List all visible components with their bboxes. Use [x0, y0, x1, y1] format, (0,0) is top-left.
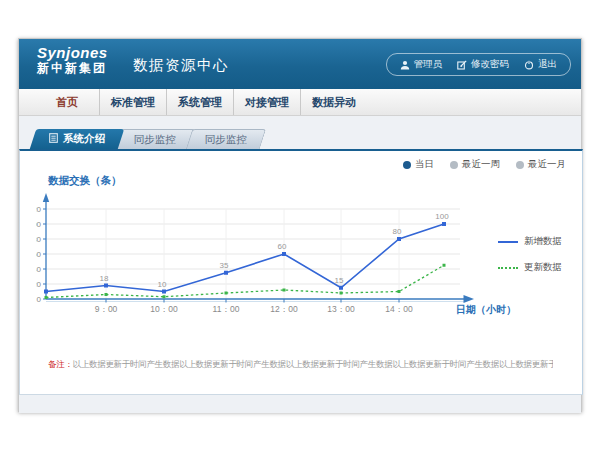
svg-text:11：00: 11：00 — [213, 304, 240, 314]
logo: Synjones 新中新集团 — [37, 45, 108, 75]
radio-dot — [450, 161, 458, 169]
data-exchange-line-chart: 0204060801001209：0010：0011：0012：0013：001… — [36, 191, 496, 323]
page: Synjones 新中新集团 数据资源中心 管理员 修改密码 — [0, 0, 600, 450]
svg-text:35: 35 — [220, 261, 229, 270]
legend-label: 新增数据 — [524, 235, 562, 248]
svg-text:80: 80 — [393, 227, 402, 236]
tab-bar: 系统介绍同步监控同步监控 — [33, 129, 260, 149]
footnote: 备注：以上数据更新于时间产生数据以上数据更新于时间产生数据以上数据更新于时间产生… — [48, 359, 553, 371]
chart-legend: 新增数据 更新数据 — [498, 235, 562, 287]
svg-text:14：00: 14：00 — [385, 304, 413, 314]
document-icon — [49, 133, 58, 145]
legend-line-dotted — [498, 267, 518, 269]
change-password-label: 修改密码 — [471, 58, 509, 71]
content: 系统介绍同步监控同步监控 当日最近一周最近一月 数据交换（条） 02040608… — [19, 116, 581, 413]
radio-dot — [403, 161, 411, 169]
svg-text:12：00: 12：00 — [270, 304, 298, 314]
edit-icon — [457, 60, 467, 70]
header: Synjones 新中新集团 数据资源中心 管理员 修改密码 — [19, 39, 581, 89]
nav-item-1[interactable]: 首页 — [35, 89, 99, 115]
tab-1[interactable]: 系统介绍 — [30, 129, 124, 149]
tab-label: 系统介绍 — [63, 132, 105, 146]
user-icon — [400, 60, 410, 70]
svg-text:120: 120 — [36, 205, 42, 214]
user-label: 管理员 — [414, 58, 443, 71]
svg-text:100: 100 — [36, 220, 42, 229]
chart-x-axis-title: 日期（小时） — [456, 303, 516, 317]
range-radio-group: 当日最近一周最近一月 — [403, 158, 566, 171]
logout-button[interactable]: 退出 — [524, 58, 557, 71]
page-title: 数据资源中心 — [133, 39, 229, 89]
svg-text:15: 15 — [335, 276, 344, 285]
tab-label: 同步监控 — [134, 133, 176, 147]
user-toolbar: 管理员 修改密码 退出 — [386, 53, 572, 76]
legend-item-new-data: 新增数据 — [498, 235, 562, 248]
svg-text:100: 100 — [435, 212, 449, 221]
nav-item-2[interactable]: 标准管理 — [99, 89, 166, 115]
tab-3[interactable]: 同步监控 — [186, 129, 266, 149]
svg-text:20: 20 — [36, 280, 42, 289]
nav-item-3[interactable]: 系统管理 — [166, 89, 233, 115]
svg-text:60: 60 — [36, 250, 42, 259]
svg-text:18: 18 — [100, 274, 109, 283]
radio-option-2[interactable]: 最近一周 — [450, 158, 500, 171]
radio-label: 最近一月 — [528, 158, 566, 171]
svg-text:10: 10 — [158, 280, 167, 289]
app-window: Synjones 新中新集团 数据资源中心 管理员 修改密码 — [18, 38, 582, 412]
footnote-prefix: 备注： — [48, 359, 73, 369]
logo-company: 新中新集团 — [37, 62, 108, 75]
svg-text:80: 80 — [36, 235, 42, 244]
tab-2[interactable]: 同步监控 — [115, 129, 195, 149]
legend-line-solid — [498, 241, 518, 243]
radio-option-3[interactable]: 最近一月 — [516, 158, 566, 171]
change-password-button[interactable]: 修改密码 — [457, 58, 509, 71]
footnote-text: 以上数据更新于时间产生数据以上数据更新于时间产生数据以上数据更新于时间产生数据以… — [73, 359, 553, 369]
system-intro-panel: 当日最近一周最近一月 数据交换（条） 0204060801001209：0010… — [19, 149, 583, 395]
radio-dot — [516, 161, 524, 169]
logout-label: 退出 — [538, 58, 557, 71]
svg-text:60: 60 — [278, 242, 287, 251]
tab-label: 同步监控 — [205, 133, 247, 147]
nav-item-5[interactable]: 数据异动 — [300, 89, 367, 115]
user-menu[interactable]: 管理员 — [400, 58, 443, 71]
legend-label: 更新数据 — [524, 261, 562, 274]
svg-text:0: 0 — [37, 295, 42, 304]
legend-item-update-data: 更新数据 — [498, 261, 562, 274]
nav-item-4[interactable]: 对接管理 — [233, 89, 300, 115]
radio-label: 当日 — [415, 158, 434, 171]
svg-text:40: 40 — [36, 265, 42, 274]
svg-text:9：00: 9：00 — [95, 304, 118, 314]
nav: 首页标准管理系统管理对接管理数据异动 — [19, 89, 581, 116]
power-icon — [524, 60, 534, 70]
radio-label: 最近一周 — [462, 158, 500, 171]
chart-y-axis-title: 数据交换（条） — [48, 174, 122, 188]
svg-text:13：00: 13：00 — [327, 304, 355, 314]
radio-option-1[interactable]: 当日 — [403, 158, 434, 171]
logo-brand: Synjones — [37, 45, 108, 62]
svg-text:10：00: 10：00 — [150, 304, 178, 314]
